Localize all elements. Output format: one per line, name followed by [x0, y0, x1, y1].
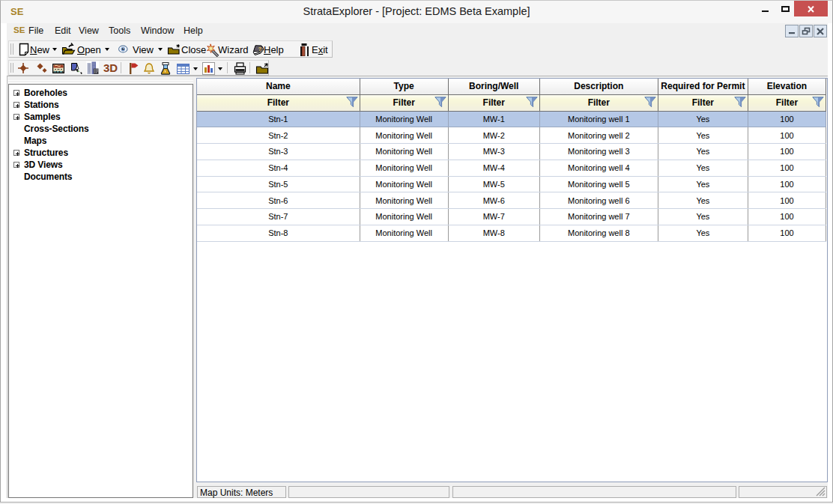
svg-text:?: ?	[258, 46, 262, 52]
